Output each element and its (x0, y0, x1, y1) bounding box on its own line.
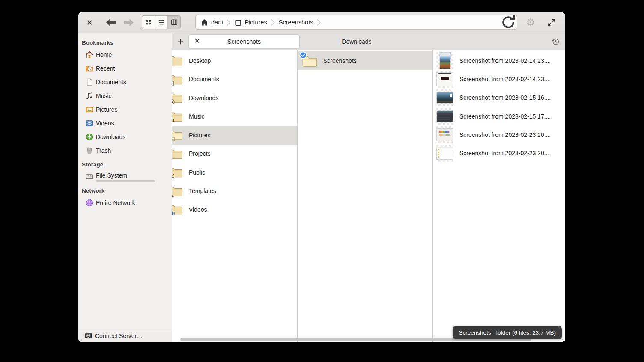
sidebar-item-trash[interactable]: Trash (78, 144, 172, 157)
folder-label: Music (189, 113, 205, 120)
document-emblem (172, 81, 175, 86)
column-pictures: Screenshots (298, 50, 433, 342)
sidebar: Bookmarks Home Recent Documents Music (78, 33, 172, 342)
chevron-right-icon (317, 19, 321, 26)
path-bar[interactable]: daniPicturesScreenshots (195, 15, 517, 30)
main-area: Screenshots Downloads Desktop Documents (172, 33, 565, 342)
connect-server-button[interactable]: Connect Server… (78, 329, 172, 342)
breadcrumb-dani[interactable]: dani (201, 19, 223, 26)
list-view-button[interactable] (155, 16, 167, 29)
file-row[interactable]: Screenshot from 2023-02-23 20.... (433, 144, 565, 162)
trash-icon (86, 147, 93, 154)
breadcrumb-pictures[interactable]: Pictures (234, 19, 267, 26)
tab-screenshots[interactable]: Screenshots (188, 34, 300, 49)
file-name: Screenshot from 2023-02-15 16.... (459, 94, 551, 101)
folder-row-music[interactable]: Music (172, 107, 297, 126)
grid-view-icon (145, 18, 152, 26)
disk-usage-bar (96, 180, 155, 182)
sidebar-item-entire-network[interactable]: Entire Network (78, 196, 172, 210)
folder-label: Templates (189, 187, 216, 194)
network-icon (86, 199, 93, 207)
folder-row-videos[interactable]: Videos (172, 200, 297, 219)
selected-check-badge-icon (299, 51, 307, 59)
sidebar-item-label: Trash (96, 147, 111, 154)
settings-menu-button[interactable]: ⚙ (524, 16, 537, 29)
sidebar-item-label: Videos (96, 120, 114, 127)
window-close-button[interactable] (84, 17, 95, 27)
folder-icon (172, 148, 183, 160)
file-name: Screenshot from 2023-02-23 20.... (459, 131, 551, 138)
file-manager-window: daniPicturesScreenshots ⚙ Bookmarks Home… (78, 12, 565, 342)
video-emblem (172, 211, 175, 216)
column-places: Desktop Documents Downloads Music Pictur… (172, 50, 298, 342)
folder-icon (172, 54, 183, 67)
sidebar-item-videos[interactable]: Videos (78, 116, 172, 130)
file-thumbnail (436, 89, 453, 106)
new-tab-button[interactable] (172, 33, 188, 50)
folder-icon (172, 185, 183, 197)
tab-downloads[interactable]: Downloads (300, 33, 414, 50)
sidebar-item-label: Pictures (96, 106, 118, 113)
file-row[interactable]: Screenshot from 2023-02-15 17.... (433, 107, 565, 125)
file-row[interactable]: Screenshot from 2023-02-23 20.... (433, 125, 565, 144)
refresh-button[interactable] (500, 16, 517, 29)
folder-icon (172, 203, 183, 216)
sidebar-item-music[interactable]: Music (78, 89, 172, 103)
folder-icon (172, 92, 183, 104)
breadcrumb-screenshots[interactable]: Screenshots (279, 19, 313, 26)
column-view-button[interactable] (167, 16, 180, 29)
file-name: Screenshot from 2023-02-23 20.... (459, 150, 551, 157)
folder-label: Public (189, 169, 205, 176)
folder-row-projects[interactable]: Projects (172, 145, 297, 163)
tab-bar: Screenshots Downloads (172, 33, 565, 50)
tab-close-button[interactable] (195, 39, 201, 45)
folder-row-public[interactable]: Public (172, 163, 297, 182)
tab-close-icon (195, 39, 200, 43)
sidebar-section-storage: Storage File System (78, 157, 172, 184)
download-emblem (172, 99, 175, 104)
home-icon (86, 51, 93, 59)
sidebar-section-title: Network (78, 184, 172, 196)
folder-row-pictures[interactable]: Pictures (172, 126, 297, 145)
forward-arrow-icon (123, 18, 134, 27)
list-view-icon (158, 18, 165, 26)
sidebar-section-title: Storage (78, 157, 172, 170)
file-row[interactable]: Screenshot from 2023-02-14 23.... (433, 51, 565, 70)
folder-row-documents[interactable]: Documents (172, 70, 297, 89)
sidebar-item-recent[interactable]: Recent (78, 62, 172, 75)
breadcrumb: daniPicturesScreenshots (201, 19, 500, 26)
sidebar-item-downloads[interactable]: Downloads (78, 130, 172, 144)
sidebar-item-home[interactable]: Home (78, 48, 172, 62)
folder-row-screenshots[interactable]: Screenshots (298, 51, 432, 70)
folder-row-downloads[interactable]: Downloads (172, 89, 297, 107)
sidebar-item-label: Entire Network (96, 199, 135, 206)
server-icon (85, 332, 92, 339)
template-emblem (172, 193, 175, 198)
file-thumbnail (436, 145, 453, 162)
folder-icon (172, 129, 183, 141)
sidebar-item-documents[interactable]: Documents (78, 75, 172, 89)
breadcrumb-label: Screenshots (279, 19, 313, 26)
crumb-home-icon (201, 19, 208, 26)
sidebar-section-title: Bookmarks (78, 36, 172, 48)
tab-label: Screenshots (201, 38, 299, 45)
folder-label: Desktop (189, 57, 211, 64)
sidebar-item-file-system[interactable]: File System (78, 170, 172, 184)
plus-icon (177, 39, 184, 45)
folder-row-desktop[interactable]: Desktop (172, 51, 297, 70)
sidebar-item-pictures[interactable]: Pictures (78, 103, 172, 116)
folder-label: Pictures (189, 132, 211, 139)
file-row[interactable]: Screenshot from 2023-02-15 16.... (433, 89, 565, 107)
back-button[interactable] (105, 17, 117, 27)
folder-row-templates[interactable]: Templates (172, 182, 297, 201)
fullscreen-button[interactable] (545, 16, 558, 29)
breadcrumb-label: Pictures (244, 19, 267, 26)
videos-icon (86, 119, 93, 127)
grid-view-button[interactable] (142, 16, 155, 29)
file-name: Screenshot from 2023-02-15 17.... (459, 113, 551, 120)
file-row[interactable]: Screenshot from 2023-02-14 23.... (433, 70, 565, 88)
column-view-icon (170, 18, 178, 26)
tab-label: Downloads (342, 38, 371, 45)
forward-button[interactable] (123, 17, 135, 27)
history-button[interactable] (546, 33, 565, 50)
